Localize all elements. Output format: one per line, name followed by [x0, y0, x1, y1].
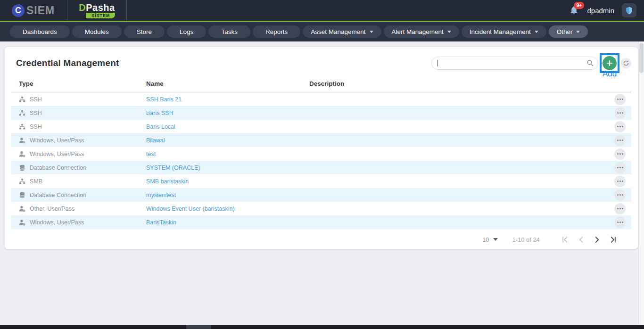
nav-item-modules[interactable]: Modules: [72, 25, 122, 38]
page-size-select[interactable]: 10: [482, 236, 498, 243]
table-row: Other, User/Pass Windows Event User (bar…: [11, 202, 631, 215]
credential-name-link[interactable]: SMB baristaskin: [146, 178, 189, 185]
column-header-description: Description: [309, 80, 605, 87]
table-row: SMB SMB baristaskin: [11, 174, 631, 188]
credential-name-link[interactable]: BarisTaskin: [146, 219, 176, 226]
table-row: Windows, User/Pass BarisTaskin: [11, 215, 631, 229]
credential-table: SSH SSH Baris 21 SSH Baris SSH SSH Baris…: [11, 92, 631, 229]
previous-page-button[interactable]: [573, 234, 589, 245]
nav-item-incident-management[interactable]: Incident Management: [462, 25, 546, 38]
bottom-bar: [0, 325, 644, 329]
row-actions-button[interactable]: [614, 162, 626, 173]
table-row: SSH SSH Baris 21: [11, 92, 631, 106]
search-icon: [586, 59, 594, 67]
credential-name-link[interactable]: Windows Event User (baristaskin): [146, 206, 235, 212]
refresh-icon: [623, 60, 629, 66]
text-caret: [438, 60, 438, 66]
nav-item-logs[interactable]: Logs: [167, 25, 206, 38]
chevron-down-icon: [493, 238, 498, 241]
user-menu-button[interactable]: [622, 3, 636, 17]
csiem-logo-text: SIEM: [26, 4, 55, 17]
credential-type: Database Connection: [30, 164, 86, 171]
chevron-down-icon: [576, 31, 580, 33]
table-row: SSH Baris SSH: [11, 106, 631, 120]
nav-item-reports[interactable]: Reports: [253, 25, 300, 38]
sitemap-icon: [19, 110, 25, 116]
nav-item-asset-management[interactable]: Asset Management: [303, 25, 381, 38]
app-header: C SIEM DPasha SİSTEM 9+ dpadmin: [0, 0, 644, 21]
credential-name-link[interactable]: Baris SSH: [146, 110, 173, 116]
dpasha-logo-text: DPasha: [79, 3, 115, 12]
search-box: [431, 57, 598, 70]
csiem-logo: C SIEM: [0, 4, 67, 17]
sitemap-icon: [19, 96, 25, 103]
chevron-down-icon: [535, 31, 538, 33]
credential-type: Windows, User/Pass: [30, 137, 84, 144]
credential-name-link[interactable]: Bilawal: [146, 137, 165, 144]
next-page-button[interactable]: [589, 234, 605, 245]
row-actions-button[interactable]: [614, 121, 626, 132]
chevron-right-icon: [594, 236, 601, 243]
user-gear-icon: [19, 206, 25, 212]
row-actions-button[interactable]: [614, 203, 626, 214]
sitemap-icon: [19, 123, 25, 130]
username-label: dpadmin: [587, 7, 614, 15]
first-page-icon: [561, 236, 569, 243]
page-body: Credential Management Add: [0, 41, 644, 325]
credential-type: SSH: [30, 110, 42, 116]
refresh-button[interactable]: [621, 58, 631, 68]
vertical-scrollbar[interactable]: [638, 41, 644, 325]
credential-type: Database Connection: [30, 192, 86, 198]
table-row: Windows, User/Pass Bilawal: [11, 133, 631, 147]
row-actions-button[interactable]: [614, 94, 626, 105]
database-icon: [19, 164, 25, 171]
chevron-down-icon: [447, 31, 451, 33]
credential-type: Windows, User/Pass: [30, 151, 84, 157]
add-credential-button[interactable]: [603, 56, 617, 70]
database-icon: [19, 192, 25, 198]
row-actions-button[interactable]: [614, 176, 626, 187]
table-header: Type Name Description: [11, 75, 631, 92]
nav-item-store[interactable]: Store: [124, 25, 165, 38]
credential-name-link[interactable]: test: [146, 151, 156, 157]
credential-type: Other, User/Pass: [30, 206, 74, 212]
row-actions-button[interactable]: [614, 107, 626, 119]
chevron-left-icon: [578, 236, 585, 243]
credential-name-link[interactable]: Baris Local: [146, 123, 175, 130]
pagination: 10 1-10 of 24: [11, 229, 631, 250]
table-row: Windows, User/Pass test: [11, 147, 631, 161]
row-actions-button[interactable]: [614, 148, 626, 160]
scrollbar-thumb[interactable]: [639, 43, 644, 73]
table-row: SSH Baris Local: [11, 120, 631, 133]
user-gear-icon: [19, 219, 25, 226]
chevron-down-icon: [370, 31, 373, 33]
nav-item-tasks[interactable]: Tasks: [208, 25, 250, 38]
header-divider: [126, 0, 127, 21]
credential-name-link[interactable]: SSH Baris 21: [146, 96, 182, 103]
last-page-button[interactable]: [605, 234, 621, 245]
credential-name-link[interactable]: mysiemtest: [146, 192, 176, 198]
last-page-icon: [610, 236, 617, 243]
search-input[interactable]: [431, 57, 598, 70]
credential-name-link[interactable]: SYSTEM (ORACLE): [146, 164, 200, 171]
sitemap-icon: [19, 178, 25, 185]
notifications-button[interactable]: 9+: [569, 5, 579, 16]
horizontal-scrollbar-thumb[interactable]: [186, 325, 211, 329]
row-actions-button[interactable]: [614, 217, 626, 228]
page-title: Credential Management: [11, 58, 119, 68]
column-header-name: Name: [146, 80, 309, 87]
credential-type: SSH: [30, 96, 42, 103]
table-row: Database Connection mysiemtest: [11, 188, 631, 202]
credential-type: Windows, User/Pass: [30, 219, 84, 226]
nav-item-alert-management[interactable]: Alert Management: [384, 25, 459, 38]
page-size-value: 10: [482, 236, 489, 243]
shield-icon: [625, 6, 634, 15]
row-actions-button[interactable]: [614, 189, 626, 201]
first-page-button[interactable]: [557, 234, 573, 245]
notification-count-badge: 9+: [574, 2, 584, 9]
plus-icon: [606, 59, 613, 67]
nav-item-other[interactable]: Other: [549, 25, 588, 38]
nav-item-dashboards[interactable]: Dashboards: [10, 25, 70, 38]
add-button-highlight: Add: [600, 53, 619, 73]
row-actions-button[interactable]: [614, 135, 626, 146]
